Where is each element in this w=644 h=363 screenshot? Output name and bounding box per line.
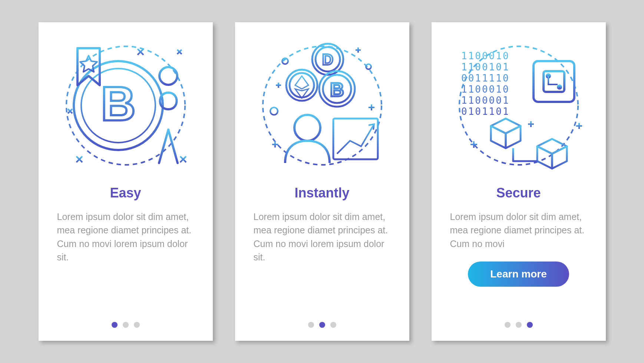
easy-illustration: B [57,37,194,174]
dot-3[interactable] [134,322,140,328]
svg-point-24 [270,107,278,115]
svg-text:B: B [330,79,344,100]
card-title: Secure [496,185,541,201]
svg-point-18 [294,115,320,141]
dot-1[interactable] [505,322,511,328]
dot-1[interactable] [308,322,314,328]
instantly-illustration: D B [254,37,391,174]
card-description: Lorem ipsum dolor sit dim amet, mea regi… [254,210,391,264]
onboarding-card-secure: 1100010 1100101 0011110 1100010 1100001 … [432,22,606,341]
card-description: Lorem ipsum dolor sit dim amet, mea regi… [57,210,194,264]
dot-3[interactable] [527,322,533,328]
onboarding-card-instantly: D B [235,22,409,341]
svg-point-13 [286,70,317,101]
dot-3[interactable] [330,322,336,328]
pagination-dots [505,322,533,328]
card-title: Easy [110,185,141,201]
svg-rect-29 [534,61,574,102]
svg-text:B: B [101,77,136,131]
svg-point-8 [159,67,177,85]
dot-2[interactable] [319,322,325,328]
pagination-dots [308,322,336,328]
card-description: Lorem ipsum dolor sit dim amet, mea regi… [450,210,587,250]
svg-text:D: D [322,51,333,68]
learn-more-button[interactable]: Learn more [468,262,569,287]
pagination-dots [112,322,140,328]
dot-2[interactable] [516,322,522,328]
onboarding-card-easy: B Easy Lorem ips [39,22,213,341]
dot-2[interactable] [123,322,129,328]
card-title: Instantly [294,185,349,201]
svg-point-48 [558,86,561,89]
dot-1[interactable] [112,322,118,328]
secure-illustration: 1100010 1100101 0011110 1100010 1100001 … [450,37,587,174]
svg-text:1100010
        1100101
      : 1100010 1100101 0011110 1100010 1100001 … [461,50,516,117]
